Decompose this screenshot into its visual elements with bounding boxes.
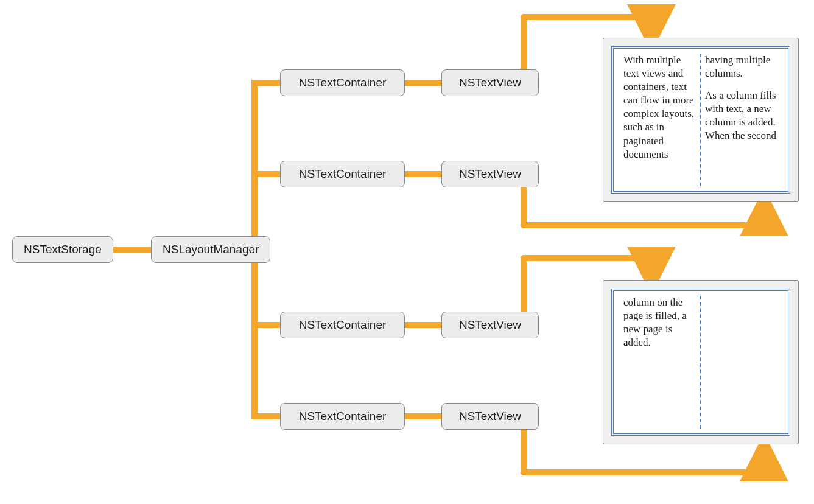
page-1-column-2: having multiple columns. As a column fil…: [701, 54, 782, 186]
page-1-col2-text-a: having multiple columns.: [705, 54, 778, 80]
page-2-column-1: column on the page is filled, a new page…: [620, 296, 701, 429]
node-nstextview-3: NSTextView: [441, 312, 539, 338]
page-2-inner: column on the page is filled, a new page…: [613, 290, 788, 434]
node-nstextcontainer-2: NSTextContainer: [280, 161, 405, 187]
page-1-column-1: With multiple text views and containers,…: [620, 54, 701, 186]
page-1: With multiple text views and containers,…: [603, 38, 799, 202]
page-2: column on the page is filled, a new page…: [603, 280, 799, 444]
node-nstextcontainer-4: NSTextContainer: [280, 403, 405, 430]
page-1-inner: With multiple text views and containers,…: [613, 48, 788, 192]
node-nstextview-2: NSTextView: [441, 161, 539, 187]
page-1-col2-text-b: As a column fills with text, a new colum…: [705, 89, 778, 142]
node-nstextview-4: NSTextView: [441, 403, 539, 430]
node-nstextcontainer-1: NSTextContainer: [280, 69, 405, 96]
node-nstextview-1: NSTextView: [441, 69, 539, 96]
page-2-column-2: [701, 296, 782, 429]
node-nslayoutmanager: NSLayoutManager: [151, 236, 270, 263]
node-nstextstorage: NSTextStorage: [12, 236, 113, 263]
node-nstextcontainer-3: NSTextContainer: [280, 312, 405, 338]
